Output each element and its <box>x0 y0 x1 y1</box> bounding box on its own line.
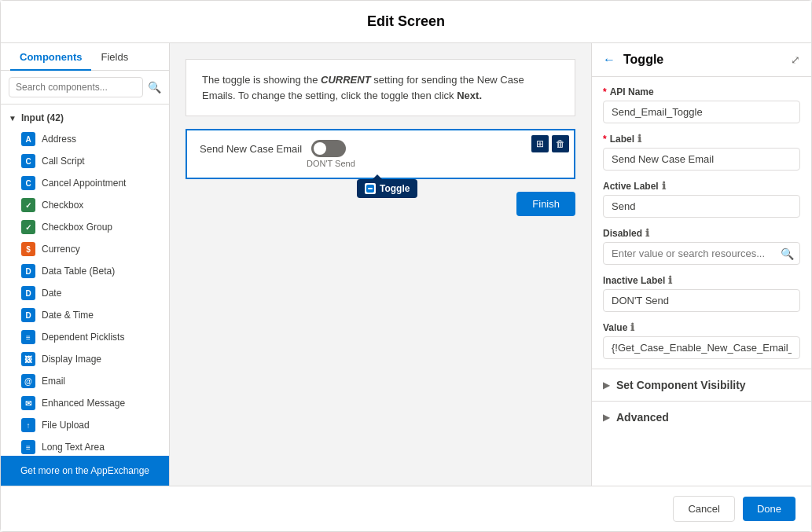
component-label: Call Script <box>42 156 85 167</box>
value-field: Value ℹ <box>603 321 800 359</box>
info-text-bold: Next. <box>457 90 482 101</box>
back-button[interactable]: ← <box>603 53 615 67</box>
label-input[interactable] <box>603 148 800 171</box>
list-item[interactable]: C Cancel Appointment <box>1 172 169 194</box>
appexchange-button[interactable]: Get more on the AppExchange <box>1 456 169 486</box>
list-item[interactable]: A Address <box>1 128 169 150</box>
component-icon: @ <box>21 374 35 388</box>
tab-components[interactable]: Components <box>10 43 91 71</box>
disabled-search-icon[interactable]: 🔍 <box>781 248 794 260</box>
disabled-field: Disabled ℹ 🔍 <box>603 227 800 265</box>
label-field-label: * Label ℹ <box>603 133 800 145</box>
tab-fields[interactable]: Fields <box>91 43 138 71</box>
list-item[interactable]: 🖼 Display Image <box>1 348 169 370</box>
toggle-switch[interactable] <box>311 140 346 157</box>
component-label: Checkbox Group <box>42 222 112 233</box>
toggle-component-label: Send New Case Email <box>200 143 302 155</box>
list-item[interactable]: @ Email <box>1 370 169 392</box>
component-icon: ✓ <box>21 220 35 234</box>
canvas: The toggle is showing the CURRENT settin… <box>170 43 591 486</box>
component-icon: ≡ <box>21 330 35 344</box>
tooltip-label: Toggle <box>380 183 410 194</box>
component-label: Dependent Picklists <box>42 332 124 343</box>
toggle-icon <box>365 183 376 194</box>
advanced-section[interactable]: ▶ Advanced <box>592 401 811 433</box>
active-label-label: Active Label ℹ <box>603 180 800 192</box>
list-item[interactable]: D Date & Time <box>1 304 169 326</box>
advanced-label: Advanced <box>616 411 669 424</box>
component-icon: A <box>21 132 35 146</box>
list-item[interactable]: ↑ File Upload <box>1 414 169 436</box>
component-label: Long Text Area <box>42 442 105 453</box>
inactive-label-input[interactable] <box>603 289 800 312</box>
inactive-label-field: Inactive Label ℹ <box>603 274 800 312</box>
disabled-input-wrapper: 🔍 <box>603 242 800 265</box>
search-icon-button[interactable]: 🔍 <box>148 81 161 94</box>
active-label-info-icon[interactable]: ℹ <box>662 180 666 192</box>
toggle-tooltip: Toggle <box>357 179 417 198</box>
visibility-label: Set Component Visibility <box>616 379 746 391</box>
component-label: Data Table (Beta) <box>42 266 115 277</box>
component-icon: C <box>21 176 35 190</box>
disabled-input[interactable] <box>603 242 800 265</box>
canvas-component-box: ⊞ 🗑 Send New Case Email DON'T Send <box>186 129 575 179</box>
cancel-button[interactable]: Cancel <box>673 496 734 522</box>
modal-header: Edit Screen <box>1 1 811 43</box>
component-label: Email <box>42 376 65 387</box>
section-label: Input (42) <box>21 112 64 123</box>
info-text-part1: The toggle is showing the <box>202 74 321 86</box>
list-item[interactable]: ✉ Enhanced Message <box>1 392 169 414</box>
list-item[interactable]: ✓ Checkbox Group <box>1 216 169 238</box>
move-icon[interactable]: ⊞ <box>531 135 549 152</box>
list-item[interactable]: ≡ Dependent Picklists <box>1 326 169 348</box>
right-panel-title: Toggle <box>623 53 783 67</box>
advanced-chevron-icon: ▶ <box>603 412 610 423</box>
list-item[interactable]: $ Currency <box>1 238 169 260</box>
component-label: Date & Time <box>42 310 94 321</box>
active-label-field: Active Label ℹ <box>603 180 800 218</box>
components-list: ▼ Input (42) A Address C Call Script C C… <box>1 105 169 456</box>
value-field-label: Value ℹ <box>603 321 800 333</box>
list-item[interactable]: C Call Script <box>1 150 169 172</box>
component-icon: ✓ <box>21 198 35 212</box>
component-icon: ↑ <box>21 418 35 432</box>
svg-rect-1 <box>368 188 373 189</box>
api-name-label: * API Name <box>603 86 800 97</box>
expand-button[interactable]: ⤢ <box>791 53 800 66</box>
component-icon: D <box>21 264 35 278</box>
component-icon: ≡ <box>21 440 35 454</box>
list-item[interactable]: D Date <box>1 282 169 304</box>
component-icon: D <box>21 308 35 322</box>
list-item[interactable]: ✓ Checkbox <box>1 194 169 216</box>
list-item[interactable]: ≡ Long Text Area <box>1 436 169 456</box>
component-label: Enhanced Message <box>42 398 125 409</box>
search-box: 🔍 <box>1 71 169 105</box>
canvas-info-box: The toggle is showing the CURRENT settin… <box>186 59 575 116</box>
active-label-input[interactable] <box>603 195 800 218</box>
disabled-info-icon[interactable]: ℹ <box>645 227 649 239</box>
right-panel-content: * API Name * Label ℹ Active Label <box>592 77 811 369</box>
list-item[interactable]: D Data Table (Beta) <box>1 260 169 282</box>
disabled-label: Disabled ℹ <box>603 227 800 239</box>
value-info-icon[interactable]: ℹ <box>630 321 634 333</box>
value-input[interactable] <box>603 336 800 359</box>
label-info-icon[interactable]: ℹ <box>637 133 641 145</box>
finish-button[interactable]: Finish <box>516 192 575 216</box>
right-panel-header: ← Toggle ⤢ <box>592 43 811 77</box>
inactive-label-info-icon[interactable]: ℹ <box>668 274 672 286</box>
api-name-input[interactable] <box>603 101 800 123</box>
component-icon: C <box>21 154 35 168</box>
input-section-header[interactable]: ▼ Input (42) <box>1 108 169 128</box>
component-label: Date <box>42 288 61 299</box>
done-button[interactable]: Done <box>743 497 795 521</box>
search-input[interactable] <box>9 77 143 97</box>
delete-icon[interactable]: 🗑 <box>552 135 569 152</box>
inactive-label-label: Inactive Label ℹ <box>603 274 800 286</box>
toggle-row: Send New Case Email <box>200 140 561 157</box>
section-chevron-icon: ▼ <box>9 114 17 123</box>
component-icon: 🖼 <box>21 352 35 366</box>
set-visibility-section[interactable]: ▶ Set Component Visibility <box>592 369 811 401</box>
left-tabs: Components Fields <box>1 43 169 71</box>
component-label: Display Image <box>42 354 101 365</box>
component-label: Checkbox <box>42 200 83 211</box>
